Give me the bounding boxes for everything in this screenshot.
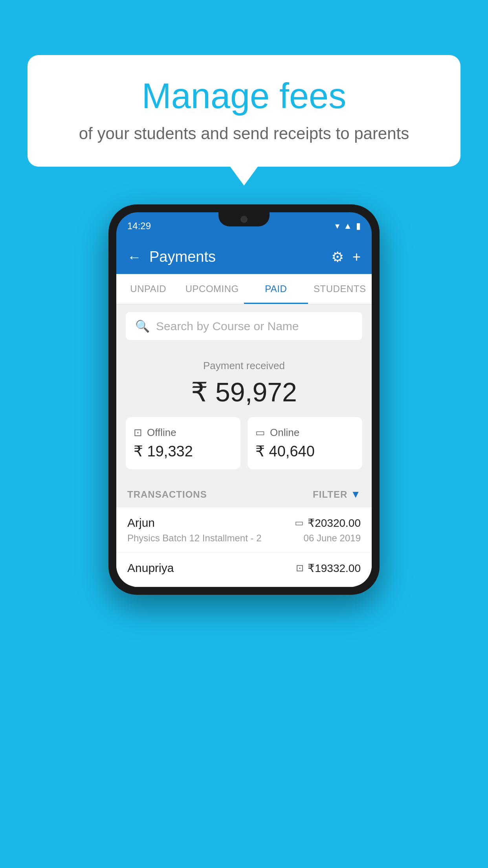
offline-card-header: ⊡ Offline — [134, 427, 233, 439]
phone-screen: ← Payments ⚙ + UNPAID UPCOMING PAID STUD… — [116, 240, 372, 587]
tab-unpaid[interactable]: UNPAID — [116, 274, 180, 304]
online-amount: ₹ 40,640 — [255, 443, 354, 460]
bubble-title: Manage fees — [51, 77, 437, 116]
search-container: 🔍 Search by Course or Name — [116, 304, 372, 348]
payment-received-label: Payment received — [126, 360, 362, 372]
tabs-bar: UNPAID UPCOMING PAID STUDENTS — [116, 274, 372, 304]
card-payment-icon: ▭ — [295, 517, 304, 528]
signal-icon: ▲ — [343, 221, 352, 231]
status-time: 14:29 — [127, 221, 151, 232]
phone-notch — [218, 212, 270, 226]
payment-total-amount: ₹ 59,972 — [126, 377, 362, 408]
transaction-row[interactable]: Anupriya ⊡ ₹19332.00 — [116, 553, 372, 587]
cash-payment-icon: ⊡ — [296, 563, 304, 574]
camera-dot — [240, 216, 248, 223]
offline-label: Offline — [147, 427, 176, 439]
header-title: Payments — [149, 248, 216, 265]
tab-students[interactable]: STUDENTS — [308, 274, 372, 304]
status-icons: ▾ ▲ ▮ — [335, 221, 361, 231]
search-icon: 🔍 — [135, 319, 150, 333]
transaction-amount: ₹20320.00 — [308, 517, 361, 530]
transaction-course: Physics Batch 12 Installment - 2 — [127, 533, 261, 544]
settings-icon[interactable]: ⚙ — [331, 249, 344, 265]
transaction-top: Anupriya ⊡ ₹19332.00 — [127, 561, 361, 575]
payment-cards: ⊡ Offline ₹ 19,332 ▭ Online ₹ 40,640 — [126, 417, 362, 469]
speech-bubble-container: Manage fees of your students and send re… — [28, 55, 460, 167]
phone-outer: 14:29 ▾ ▲ ▮ ← Payments ⚙ + — [108, 204, 380, 595]
online-card: ▭ Online ₹ 40,640 — [248, 417, 362, 469]
filter-label: FILTER — [313, 489, 347, 500]
search-bar[interactable]: 🔍 Search by Course or Name — [126, 312, 362, 340]
payment-section: Payment received ₹ 59,972 ⊡ Offline ₹ 19… — [116, 348, 372, 477]
offline-icon: ⊡ — [134, 427, 142, 439]
wifi-icon: ▾ — [335, 221, 339, 231]
filter-icon: ▼ — [350, 488, 361, 500]
battery-icon: ▮ — [356, 221, 361, 231]
transaction-top: Arjun ▭ ₹20320.00 — [127, 516, 361, 530]
transactions-header: TRANSACTIONS FILTER ▼ — [116, 481, 372, 508]
search-input[interactable]: Search by Course or Name — [156, 320, 299, 333]
filter-area[interactable]: FILTER ▼ — [313, 488, 361, 500]
online-icon: ▭ — [255, 427, 265, 439]
transaction-bottom: Physics Batch 12 Installment - 2 06 June… — [127, 533, 361, 544]
transaction-amount-area: ⊡ ₹19332.00 — [296, 562, 361, 575]
transaction-date: 06 June 2019 — [304, 533, 361, 544]
app-header: ← Payments ⚙ + — [116, 240, 372, 274]
online-card-header: ▭ Online — [255, 427, 354, 439]
offline-amount: ₹ 19,332 — [134, 443, 233, 460]
status-bar: 14:29 ▾ ▲ ▮ — [116, 212, 372, 240]
transactions-label: TRANSACTIONS — [127, 489, 207, 500]
back-button[interactable]: ← — [127, 249, 141, 265]
tab-paid[interactable]: PAID — [244, 274, 308, 304]
phone-wrapper: 14:29 ▾ ▲ ▮ ← Payments ⚙ + — [108, 204, 380, 595]
online-label: Online — [270, 427, 299, 439]
transaction-amount-area: ▭ ₹20320.00 — [295, 517, 361, 530]
header-left: ← Payments — [127, 248, 216, 265]
header-right: ⚙ + — [331, 249, 361, 265]
add-icon[interactable]: + — [352, 249, 361, 265]
offline-card: ⊡ Offline ₹ 19,332 — [126, 417, 240, 469]
transaction-amount: ₹19332.00 — [308, 562, 361, 575]
transaction-name: Anupriya — [127, 561, 174, 575]
transaction-row[interactable]: Arjun ▭ ₹20320.00 Physics Batch 12 Insta… — [116, 508, 372, 553]
bubble-subtitle: of your students and send receipts to pa… — [51, 124, 437, 143]
tab-upcoming[interactable]: UPCOMING — [180, 274, 244, 304]
speech-bubble: Manage fees of your students and send re… — [28, 55, 460, 167]
transaction-name: Arjun — [127, 516, 155, 530]
